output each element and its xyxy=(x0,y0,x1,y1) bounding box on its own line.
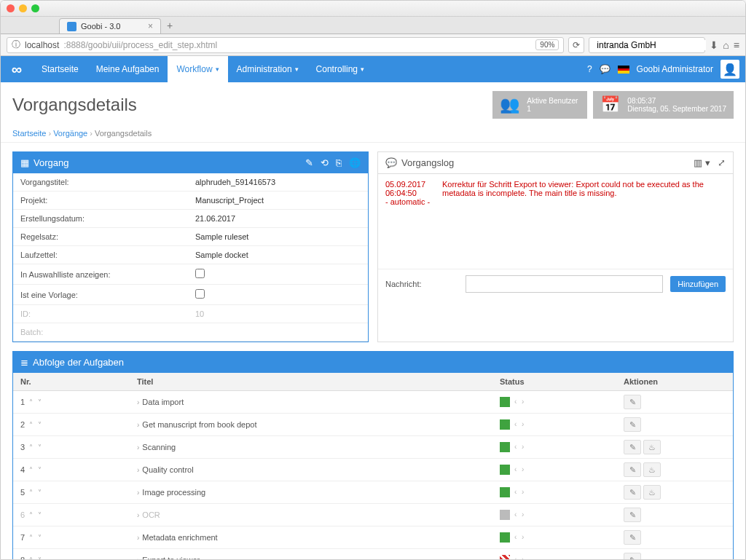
browser-search-input[interactable] xyxy=(589,37,705,53)
globe-icon[interactable]: 🌐 xyxy=(349,157,361,168)
edit-action-icon[interactable]: ✎ xyxy=(624,440,641,454)
message-input[interactable] xyxy=(466,275,663,293)
add-log-button[interactable]: Hinzufügen xyxy=(670,276,726,292)
col-actions: Aktionen xyxy=(616,373,733,391)
chevron-right-icon[interactable]: › xyxy=(137,511,139,519)
checkbox[interactable] xyxy=(195,289,205,299)
nav-item-administration[interactable]: Administration▾ xyxy=(228,56,307,82)
nav-item-meine-aufgaben[interactable]: Meine Aufgaben xyxy=(87,56,168,82)
col-nr: Nr. xyxy=(13,373,130,391)
task-title: Get manuscript from book depot xyxy=(142,420,256,429)
breadcrumb-item[interactable]: Startseite xyxy=(12,129,46,138)
kv-value: 10 xyxy=(188,305,368,323)
nav-item-workflow[interactable]: Workflow▾ xyxy=(168,56,227,82)
browser-tab[interactable]: Goobi - 3.0 × xyxy=(59,18,161,33)
chevron-right-icon[interactable]: › xyxy=(137,556,139,559)
url-input[interactable]: ⓘ localhost:8888/goobi/uii/process_edit_… xyxy=(7,37,564,53)
clock-date: Dienstag, 05. September 2017 xyxy=(627,105,726,113)
reorder-icon[interactable]: ˄ ˅ xyxy=(29,398,43,406)
chat-icon[interactable]: 💬 xyxy=(600,64,610,74)
chevron-right-icon[interactable]: › xyxy=(137,443,139,451)
reorder-icon[interactable]: ˄ ˅ xyxy=(29,556,43,559)
edit-action-icon[interactable]: ✎ xyxy=(624,530,641,545)
nav-item-startseite[interactable]: Startseite xyxy=(33,56,87,82)
download-icon[interactable]: ⬇ xyxy=(710,39,718,51)
chevron-right-icon[interactable]: › xyxy=(137,398,139,406)
reorder-icon[interactable]: ˄ ˅ xyxy=(29,534,43,542)
status-nav-icon[interactable]: ‹ › xyxy=(514,533,525,541)
row-nr: 2 xyxy=(20,420,25,429)
window-zoom-icon[interactable] xyxy=(31,4,39,12)
log-source: - automatic - xyxy=(385,197,436,206)
page-title: Vorgangsdetails xyxy=(12,95,137,115)
process-panel: ▦ Vorgang ✎ ⟲ ⎘ 🌐 Vorgangstitel:alphrude… xyxy=(12,151,369,342)
reorder-icon[interactable]: ˄ ˅ xyxy=(29,443,43,451)
status-icon xyxy=(500,397,510,407)
checkbox[interactable] xyxy=(195,269,205,278)
breadcrumb-item[interactable]: Vorgänge xyxy=(53,129,87,138)
reorder-icon[interactable]: ˄ ˅ xyxy=(29,511,43,519)
chevron-right-icon[interactable]: › xyxy=(137,466,139,474)
edit-action-icon[interactable]: ✎ xyxy=(624,553,641,559)
window-close-icon[interactable] xyxy=(7,4,15,12)
breadcrumb-item: Vorgangsdetails xyxy=(95,129,152,138)
new-tab-button[interactable]: + xyxy=(161,17,178,33)
reorder-icon[interactable]: ˄ ˅ xyxy=(29,466,43,474)
edit-action-icon[interactable]: ✎ xyxy=(624,417,641,432)
browser-tab-title: Goobi - 3.0 xyxy=(81,22,120,31)
app-logo-icon[interactable]: ∞ xyxy=(1,56,33,82)
table-row: 4 ˄ ˅›Quality control‹ ›✎♨ xyxy=(13,459,733,481)
kv-label: ID: xyxy=(13,305,188,323)
status-icon xyxy=(500,510,510,520)
menu-icon[interactable]: ≡ xyxy=(734,39,739,51)
columns-icon[interactable]: ▥ ▾ xyxy=(694,157,710,168)
language-flag-icon[interactable] xyxy=(618,66,629,74)
zoom-indicator[interactable]: 90% xyxy=(535,39,559,50)
status-nav-icon[interactable]: ‹ › xyxy=(514,510,525,518)
nav-item-controlling[interactable]: Controlling▾ xyxy=(307,56,373,82)
search-field[interactable] xyxy=(597,40,706,50)
status-nav-icon[interactable]: ‹ › xyxy=(514,420,525,428)
user-avatar-icon[interactable]: 👤 xyxy=(721,60,739,79)
chevron-right-icon[interactable]: › xyxy=(137,421,139,429)
clock-box: 📅 08:05:37 Dienstag, 05. September 2017 xyxy=(593,91,734,119)
expand-icon[interactable]: ⤢ xyxy=(718,157,726,168)
chevron-right-icon[interactable]: › xyxy=(137,534,139,542)
fire-action-icon[interactable]: ♨ xyxy=(643,485,661,500)
col-status: Status xyxy=(492,373,616,391)
task-title: Image processing xyxy=(142,488,205,497)
mac-titlebar xyxy=(1,1,745,17)
copy-icon[interactable]: ⎘ xyxy=(336,157,342,168)
reorder-icon[interactable]: ˄ ˅ xyxy=(29,489,43,497)
reload-button[interactable]: ⟳ xyxy=(568,37,584,53)
edit-action-icon[interactable]: ✎ xyxy=(624,462,641,477)
status-nav-icon[interactable]: ‹ › xyxy=(514,556,525,559)
status-nav-icon[interactable]: ‹ › xyxy=(514,465,525,473)
edit-action-icon[interactable]: ✎ xyxy=(624,395,641,409)
tasks-panel: ≣ Abfolge der Aufgaben Nr. Titel Status … xyxy=(12,351,734,559)
help-icon[interactable]: ? xyxy=(587,64,592,74)
message-label: Nachricht: xyxy=(385,280,458,288)
kv-value: Manuscript_Project xyxy=(188,192,368,210)
status-icon xyxy=(500,419,510,430)
edit-action-icon[interactable]: ✎ xyxy=(624,485,641,500)
table-row: 8 ˄ ˅›Export to viewer‹ ›✎ xyxy=(13,549,733,560)
site-info-icon[interactable]: ⓘ xyxy=(12,39,20,51)
log-entry: 05.09.2017 06:04:50 - automatic - Korrek… xyxy=(385,180,726,206)
status-nav-icon[interactable]: ‹ › xyxy=(514,398,525,406)
log-panel-title: Vorgangslog xyxy=(401,157,454,168)
url-path: :8888/goobi/uii/process_edit_step.xhtml xyxy=(63,40,217,50)
edit-icon[interactable]: ✎ xyxy=(305,157,313,168)
edit-action-icon[interactable]: ✎ xyxy=(624,508,641,522)
reorder-icon[interactable]: ˄ ˅ xyxy=(29,421,43,429)
close-tab-icon[interactable]: × xyxy=(148,21,153,31)
fire-action-icon[interactable]: ♨ xyxy=(643,462,661,477)
home-icon[interactable]: ⌂ xyxy=(723,39,729,51)
window-minimize-icon[interactable] xyxy=(19,4,27,12)
users-icon: 👥 xyxy=(500,95,519,114)
status-nav-icon[interactable]: ‹ › xyxy=(514,443,525,451)
chevron-right-icon[interactable]: › xyxy=(137,489,139,497)
fire-action-icon[interactable]: ♨ xyxy=(643,440,661,454)
status-nav-icon[interactable]: ‹ › xyxy=(514,488,525,496)
refresh-icon[interactable]: ⟲ xyxy=(321,157,329,168)
